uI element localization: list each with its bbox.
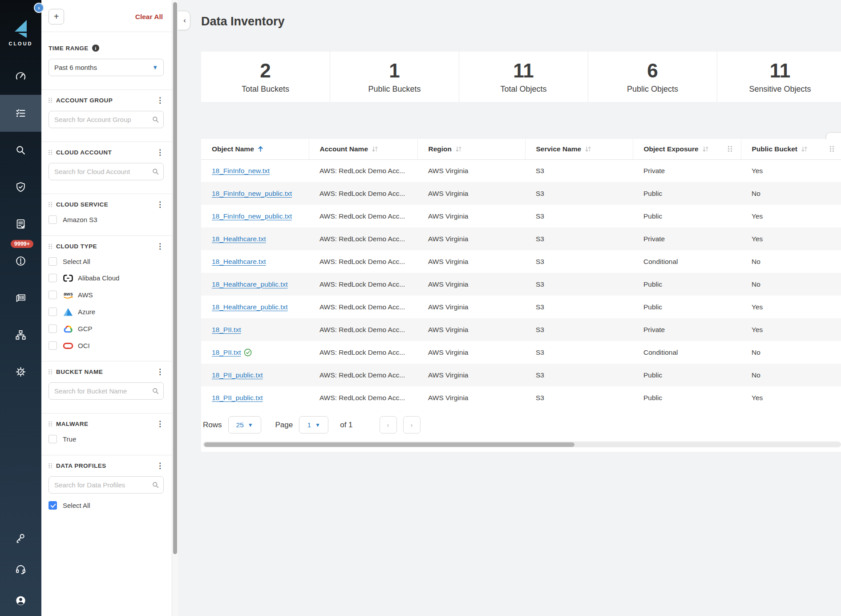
object-name-link[interactable]: 18_Healthcare.txt	[212, 235, 266, 243]
object-name-link[interactable]: 18_PII.txt	[212, 326, 241, 334]
azure-icon	[63, 307, 73, 316]
kebab-menu-icon[interactable]: ⋮	[156, 370, 164, 374]
checkbox[interactable]	[49, 341, 57, 350]
drag-handle-icon[interactable]	[49, 421, 52, 427]
checkbox-checked[interactable]	[49, 501, 57, 510]
object-name-link[interactable]: 18_FinInfo_new_public.txt	[212, 190, 292, 198]
checkbox[interactable]	[49, 291, 57, 299]
sidebar-item-support[interactable]	[0, 554, 41, 585]
sidebar-item-inventory[interactable]	[0, 95, 41, 132]
scrollbar-thumb[interactable]	[173, 2, 177, 554]
account-group-search-input[interactable]	[49, 111, 164, 128]
kebab-menu-icon[interactable]: ⋮	[156, 464, 164, 468]
drag-handle-icon[interactable]	[49, 98, 52, 103]
checkbox[interactable]	[49, 215, 57, 224]
time-range-select[interactable]: Past 6 months ▼	[49, 59, 164, 76]
object-name-link[interactable]: 18_FinInfo_new.txt	[212, 167, 270, 175]
object-name-cell: 18_Healthcare_public.txt	[201, 296, 309, 318]
public-bucket-cell: Yes	[741, 159, 841, 182]
sidebar-item-settings[interactable]	[0, 353, 41, 390]
collapse-filters-button[interactable]: ‹	[178, 11, 190, 30]
scrollbar-thumb[interactable]	[204, 442, 574, 447]
checkbox-malware-true[interactable]: True	[49, 435, 164, 443]
checkbox[interactable]	[49, 257, 57, 266]
rows-per-page-select[interactable]: 25 ▼	[228, 416, 261, 434]
checkbox-amazon-s3[interactable]: Amazon S3	[49, 215, 164, 224]
checkbox-alibaba-cloud[interactable]: Alibaba Cloud	[49, 273, 164, 283]
sidebar-item-access-keys[interactable]	[0, 523, 41, 554]
object-name-link[interactable]: 18_PII.txt	[212, 349, 241, 357]
sidebar-item-network[interactable]	[0, 316, 41, 353]
checkbox-oci[interactable]: OCI	[49, 341, 164, 350]
checkbox-select-all-cloud-type[interactable]: Select All	[49, 257, 164, 266]
object-name-link[interactable]: 18_PII_public.txt	[212, 371, 263, 379]
drag-handle-icon[interactable]	[49, 202, 52, 207]
sidebar-item-profile[interactable]	[0, 585, 41, 616]
drag-handle-icon[interactable]	[49, 463, 52, 469]
sidebar-item-compliance[interactable]	[0, 169, 41, 206]
column-header-service-name[interactable]: Service Name	[525, 139, 633, 159]
sidebar-item-reports[interactable]	[0, 206, 41, 243]
checkbox-gcp[interactable]: GCP	[49, 324, 164, 333]
sort-icon[interactable]	[372, 146, 378, 152]
column-header-region[interactable]: Region	[417, 139, 525, 159]
sort-icon[interactable]	[702, 146, 709, 152]
data-inventory-table-card: Object NameAccount NameRegionService Nam…	[201, 139, 841, 452]
sidebar-item-dashboard[interactable]	[0, 58, 41, 95]
sidebar-item-containers[interactable]	[0, 280, 41, 316]
object-name-link[interactable]: 18_Healthcare_public.txt	[212, 280, 288, 288]
table-horizontal-scrollbar[interactable]	[203, 442, 841, 447]
column-grid-handle-icon[interactable]	[829, 146, 835, 152]
object-name-link[interactable]: 18_Healthcare.txt	[212, 258, 266, 266]
stat-public-objects: 6 Public Objects	[588, 52, 717, 102]
sidebar-item-search[interactable]	[0, 132, 41, 169]
data-profiles-search-input[interactable]	[49, 476, 164, 494]
kebab-menu-icon[interactable]: ⋮	[156, 203, 164, 207]
public-bucket-cell: Yes	[741, 318, 841, 341]
checkbox-aws[interactable]: aws AWS	[49, 290, 164, 300]
kebab-menu-icon[interactable]: ⋮	[156, 244, 164, 249]
filter-section-malware: MALWARE ⋮ True	[41, 413, 172, 455]
checkbox-azure[interactable]: Azure	[49, 307, 164, 316]
kebab-menu-icon[interactable]: ⋮	[156, 150, 164, 155]
page-number-select[interactable]: 1 ▼	[299, 416, 328, 434]
kebab-menu-icon[interactable]: ⋮	[156, 98, 164, 103]
sort-asc-icon[interactable]	[258, 146, 263, 152]
checkbox[interactable]	[49, 274, 57, 282]
sort-icon[interactable]	[585, 146, 591, 152]
object-name-link[interactable]: 18_FinInfo_new_public.txt	[212, 212, 292, 220]
column-header-object-exposure[interactable]: Object Exposure	[633, 139, 741, 159]
clear-all-filters-button[interactable]: Clear All	[135, 13, 163, 21]
info-icon[interactable]: i	[92, 45, 99, 52]
previous-page-button[interactable]: ‹	[380, 416, 397, 434]
column-header-public-bucket[interactable]: Public Bucket	[741, 139, 841, 159]
account-name-cell: AWS: RedLock Demo Acc...	[309, 273, 417, 296]
checkbox[interactable]	[49, 324, 57, 333]
checkbox[interactable]	[49, 308, 57, 316]
verified-check-icon	[244, 349, 252, 357]
column-grid-handle-icon[interactable]	[728, 146, 733, 152]
checkbox-select-all-data-profiles[interactable]: Select All	[49, 501, 164, 510]
object-name-link[interactable]: 18_PII_public.txt	[212, 394, 263, 402]
drag-handle-icon[interactable]	[49, 150, 52, 155]
bucket-name-search-input[interactable]	[49, 382, 164, 400]
object-name-link[interactable]: 18_Healthcare_public.txt	[212, 303, 288, 311]
add-filter-button[interactable]: +	[49, 9, 64, 24]
drag-handle-icon[interactable]	[49, 244, 52, 249]
sidebar-item-alerts[interactable]: 9999+	[0, 243, 41, 280]
filter-panel-scrollbar[interactable]	[172, 0, 178, 616]
sort-icon[interactable]	[801, 146, 808, 152]
next-page-button[interactable]: ›	[403, 416, 420, 434]
sort-icon[interactable]	[455, 146, 462, 152]
column-header-object-name[interactable]: Object Name	[201, 139, 309, 159]
cloud-account-search-input[interactable]	[49, 163, 164, 180]
object-name-cell: 18_FinInfo_new.txt	[201, 159, 309, 182]
column-header-account-name[interactable]: Account Name	[309, 139, 417, 159]
cloud-account-title: CLOUD ACCOUNT	[56, 149, 112, 156]
kebab-menu-icon[interactable]: ⋮	[156, 422, 164, 426]
page-label: Page	[275, 421, 293, 430]
sidebar-expand-button[interactable]: ›	[34, 3, 44, 13]
checkbox[interactable]	[49, 435, 57, 443]
object-exposure-cell: Public	[633, 386, 741, 409]
drag-handle-icon[interactable]	[49, 369, 52, 375]
